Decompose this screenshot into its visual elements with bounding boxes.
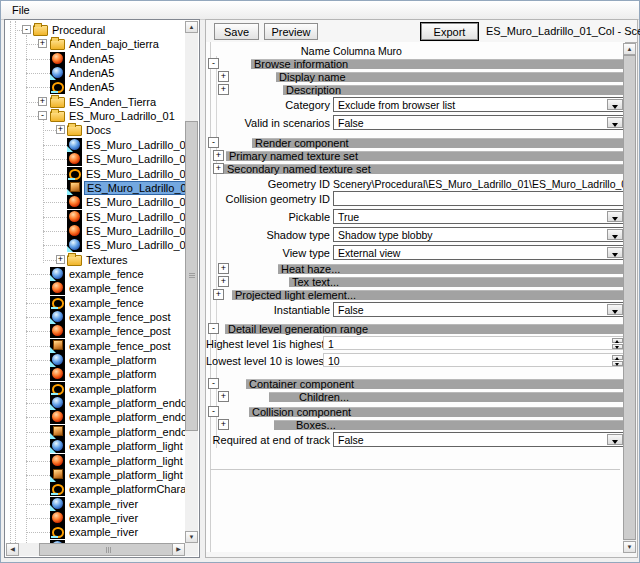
tree-item-label[interactable]: ES_Muro_Ladrillo_01 [84, 139, 185, 151]
tree-item-label[interactable]: ES_Muro_Ladrillo_01c [84, 225, 185, 237]
tree-item[interactable]: +ES_Anden_Tierra [6, 95, 185, 109]
tree-item[interactable]: ES_Muro_Ladrillo_01 [6, 138, 185, 152]
dropdown-field[interactable]: Shadow type blobby [333, 227, 625, 242]
scroll-up-button[interactable]: ▲ [623, 43, 636, 55]
tree-item[interactable]: example_fence [6, 281, 185, 295]
section-expand-toggle[interactable]: + [213, 289, 224, 300]
section-collapse-toggle[interactable]: - [208, 137, 219, 148]
tree-collapse-toggle[interactable]: - [38, 111, 47, 120]
tree-item[interactable]: example_platform_endcap [6, 425, 185, 439]
tree-item[interactable]: +Anden_bajo_tierra [6, 37, 185, 51]
tree-item-label[interactable]: example_platformCharacters [67, 483, 185, 495]
tree-item-label[interactable]: example_platform_endcap [67, 397, 185, 409]
tree-item-label[interactable]: AndenA5 [67, 53, 116, 65]
tree-item-label[interactable]: example_platform_light [67, 469, 185, 481]
tree-item[interactable]: example_river [6, 511, 185, 525]
tree-vertical-scrollbar[interactable]: ▲ ▼ [185, 21, 198, 543]
tree-item-label[interactable]: ES_Anden_Tierra [67, 96, 158, 108]
panel-vertical-scrollbar[interactable]: ▲ ▼ [623, 43, 636, 553]
scroll-right-button[interactable]: ▶ [172, 543, 185, 556]
scroll-down-button[interactable]: ▼ [623, 541, 636, 553]
dropdown-field[interactable]: False [333, 115, 625, 130]
tree-expand-toggle[interactable]: + [56, 255, 65, 264]
tree-item[interactable]: example_platform [6, 382, 185, 396]
tree-item[interactable]: AndenA5 [6, 80, 185, 94]
tree-vscroll-thumb[interactable] [185, 121, 198, 431]
save-button[interactable]: Save [214, 23, 259, 40]
section-collapse-toggle[interactable]: - [208, 406, 219, 417]
chevron-down-icon[interactable] [607, 434, 623, 445]
scroll-up-button[interactable]: ▲ [185, 21, 198, 33]
tree-item[interactable]: example_fence_post [6, 324, 185, 338]
spin-up-button[interactable] [612, 355, 623, 360]
tree-item[interactable]: example_river [6, 525, 185, 539]
tree-item[interactable]: ES_Muro_Ladrillo_01_Col [6, 181, 185, 195]
chevron-down-icon[interactable] [607, 304, 623, 315]
tree-item-label[interactable]: example_fence_post [67, 311, 173, 323]
tree-item-label[interactable]: example_platform_endcap [67, 426, 185, 438]
tree-horizontal-scrollbar[interactable]: ◀ ▶ [6, 543, 185, 556]
section-expand-toggle[interactable]: + [218, 71, 229, 82]
section-expand-toggle[interactable]: + [218, 419, 229, 430]
section-collapse-toggle[interactable]: - [208, 378, 219, 389]
section-expand-toggle[interactable]: + [213, 163, 224, 174]
dropdown-field[interactable]: True [333, 209, 625, 224]
tree-item-label[interactable]: example_platform_light [67, 440, 185, 452]
tree-item[interactable]: example_fence_post [6, 310, 185, 324]
tree-item[interactable]: ES_Muro_Ladrillo_01Col [6, 238, 185, 252]
chevron-down-icon[interactable] [607, 117, 623, 128]
tree-item-label[interactable]: ES_Muro_Ladrillo_01a [84, 196, 185, 208]
tree-item[interactable]: ES_Muro_Ladrillo_01a [6, 195, 185, 209]
tree-item[interactable]: example_fence [6, 296, 185, 310]
tree-item[interactable]: example_platform_light [6, 439, 185, 453]
tree-item-label[interactable]: AndenA5 [67, 67, 116, 79]
tree-item[interactable]: example_river [6, 497, 185, 511]
tree-item-label[interactable]: example_fence [67, 268, 146, 280]
tree-item[interactable]: ES_Muro_Ladrillo_01 [6, 152, 185, 166]
tree-item[interactable]: ES_Muro_Ladrillo_01 [6, 167, 185, 181]
section-expand-toggle[interactable]: + [213, 150, 224, 161]
tree-item-label[interactable]: ES_Muro_Ladrillo_01 [84, 153, 185, 165]
tree-item[interactable]: example_platform [6, 367, 185, 381]
tree-item-label[interactable]: example_river [67, 498, 140, 510]
tree-expand-toggle[interactable]: + [38, 39, 47, 48]
tree-item-label[interactable]: example_fence [67, 297, 146, 309]
tree-item-label[interactable]: ES_Muro_Ladrillo_01_Col [84, 181, 185, 195]
section-expand-toggle[interactable]: + [218, 276, 229, 287]
section-collapse-toggle[interactable]: - [208, 323, 219, 334]
tree-item-label[interactable]: ES_Muro_Ladrillo_01b [84, 211, 185, 223]
tree-item[interactable]: example_platform_light [6, 454, 185, 468]
tree-item[interactable]: -Procedural [6, 23, 185, 37]
preview-button[interactable]: Preview [264, 23, 318, 40]
tree-hscroll-thumb[interactable] [39, 543, 179, 556]
panel-vscroll-thumb[interactable] [623, 55, 636, 540]
export-button[interactable]: Export [421, 23, 478, 40]
tree-expand-toggle[interactable]: + [38, 97, 47, 106]
tree-item[interactable]: +Textures [6, 253, 185, 267]
spin-down-button[interactable] [612, 344, 623, 349]
tree-item-label[interactable]: example_platform [67, 368, 158, 380]
tree-item-label[interactable]: Docs [84, 124, 113, 136]
dropdown-field[interactable]: External view [333, 245, 625, 260]
tree-item-label[interactable]: Textures [84, 254, 130, 266]
tree-item[interactable]: ES_Muro_Ladrillo_01b [6, 210, 185, 224]
tree-item-label[interactable]: Procedural [50, 24, 107, 36]
dropdown-field[interactable]: Exclude from browser list [333, 97, 625, 112]
chevron-down-icon[interactable] [607, 211, 623, 222]
tree-item[interactable]: example_platform_light [6, 468, 185, 482]
section-expand-toggle[interactable]: + [218, 263, 229, 274]
tree-item-label[interactable]: example_river [67, 512, 140, 524]
section-expand-toggle[interactable]: + [218, 391, 229, 402]
tree-item-label[interactable]: example_platform_light [67, 455, 185, 467]
tree-item-label[interactable]: ES_Muro_Ladrillo_01Col [84, 239, 185, 251]
spinner-field[interactable]: 10 [323, 353, 625, 367]
tree-item-label[interactable]: ES_Muro_Ladrillo_01 [67, 110, 177, 122]
tree-item-label[interactable]: example_platform [67, 354, 158, 366]
tree-item[interactable]: AndenA5 [6, 66, 185, 80]
tree-item[interactable]: example_platform [6, 353, 185, 367]
chevron-down-icon[interactable] [607, 99, 623, 110]
tree-item-label[interactable]: example_fence [67, 282, 146, 294]
text-input[interactable] [333, 191, 625, 206]
tree-item-label[interactable]: ES_Muro_Ladrillo_01 [84, 168, 185, 180]
tree-item-label[interactable]: AndenA5 [67, 81, 116, 93]
